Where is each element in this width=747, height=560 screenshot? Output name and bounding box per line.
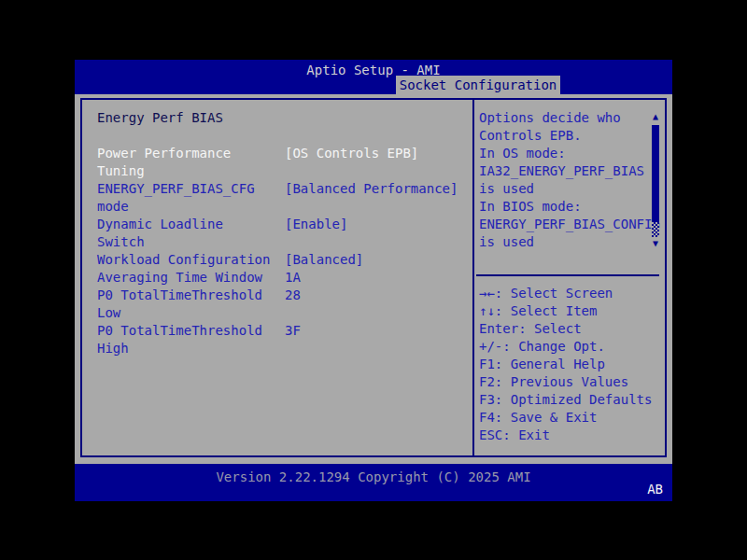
setting-row-p0-totaltimethreshold-high[interactable]: P0 TotalTimeThreshold High 3F [97,322,472,357]
setting-value[interactable]: [OS Controls EPB] [285,145,472,162]
help-panel: Options decide who Controls EPB. In OS m… [474,100,665,455]
help-line: is used [479,180,648,198]
setting-label: P0 TotalTimeThreshold Low [97,287,273,322]
help-line: Options decide who [479,109,648,127]
help-scrollbar[interactable]: ▲ ▼ [650,112,661,252]
help-line: In BIOS mode: [479,198,648,216]
scrollbar-track[interactable] [652,222,659,237]
help-line: Controls EPB. [479,127,648,145]
footer-band: Version 2.22.1294 Copyright (C) 2025 AMI… [75,464,672,501]
hotkey-legend: →←: Select Screen ↑↓: Select Item Enter:… [479,285,663,444]
settings-panel: Energy Perf BIAS Power Performance Tunin… [82,100,472,455]
header-band: Aptio Setup - AMI [75,60,672,94]
hotkey-enter-select: Enter: Select [479,320,663,338]
setting-row-power-performance-tuning[interactable]: Power Performance Tuning [OS Controls EP… [97,145,472,180]
setting-label: Workload Configuration [97,251,273,269]
scroll-up-icon[interactable]: ▲ [650,112,661,121]
hotkey-change-opt: +/-: Change Opt. [479,338,663,356]
setting-row-averaging-time-window[interactable]: Averaging Time Window 1A [97,269,472,287]
bios-setup-screen: Aptio Setup - AMI Socket Configuration E… [0,0,747,560]
hotkey-esc-exit: ESC: Exit [479,427,663,444]
help-line: is used [479,233,648,251]
help-line: ENERGY_PERF_BIAS_CONFIG [479,216,648,233]
setting-label: ENERGY_PERF_BIAS_CFG mode [97,180,273,216]
hotkey-f3-optimized-defaults: F3: Optimized Defaults [479,391,663,409]
app-title: Aptio Setup - AMI [75,62,672,79]
setting-value[interactable]: [Balanced Performance] [285,180,472,198]
setting-value[interactable]: 1A [285,269,472,287]
section-title: Energy Perf BIAS [97,109,472,127]
hotkey-f1-general-help: F1: General Help [479,356,663,373]
scroll-down-icon[interactable]: ▼ [650,239,661,248]
footer-code: AB [647,481,663,498]
setting-value[interactable]: 28 [285,287,472,304]
content-box: Energy Perf BIAS Power Performance Tunin… [80,98,667,457]
setting-value[interactable]: 3F [285,322,472,340]
tab-socket-configuration[interactable]: Socket Configuration [396,76,560,94]
setting-row-p0-totaltimethreshold-low[interactable]: P0 TotalTimeThreshold Low 28 [97,287,472,322]
setting-label: Averaging Time Window [97,269,273,287]
setting-row-workload-configuration[interactable]: Workload Configuration [Balanced] [97,251,472,269]
setting-label: Power Performance Tuning [97,145,273,180]
setting-row-energy-perf-bias-cfg-mode[interactable]: ENERGY_PERF_BIAS_CFG mode [Balanced Perf… [97,180,472,216]
setting-value[interactable]: [Balanced] [285,251,472,269]
help-line: In OS mode: [479,145,648,162]
hotkey-select-item: ↑↓: Select Item [479,302,663,320]
spacer [97,127,472,145]
setting-label: Dynamic Loadline Switch [97,216,273,251]
help-line: IA32_ENERGY_PERF_BIAS [479,162,648,180]
version-text: Version 2.22.1294 Copyright (C) 2025 AMI [75,469,672,486]
scrollbar-thumb[interactable] [652,125,659,222]
hotkey-f2-previous-values: F2: Previous Values [479,373,663,391]
hotkey-select-screen: →←: Select Screen [479,285,663,302]
hotkey-f4-save-exit: F4: Save & Exit [479,409,663,427]
setting-row-dynamic-loadline-switch[interactable]: Dynamic Loadline Switch [Enable] [97,216,472,251]
help-text: Options decide who Controls EPB. In OS m… [479,109,648,251]
setting-value[interactable]: [Enable] [285,216,472,233]
setting-label: P0 TotalTimeThreshold High [97,322,273,357]
help-hotkey-divider [476,274,659,276]
